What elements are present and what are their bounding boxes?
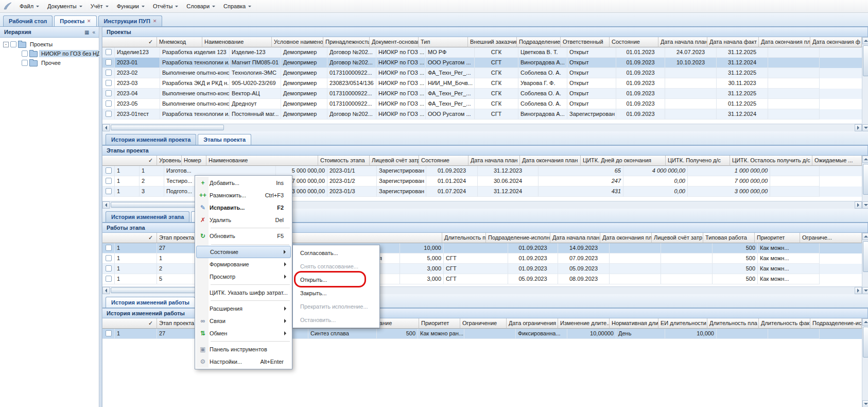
row-checkbox[interactable] bbox=[106, 276, 112, 282]
context-menu-item[interactable]: ✗ Удалить Del bbox=[196, 214, 291, 226]
column-header[interactable]: Приоритет bbox=[755, 233, 800, 243]
horizontal-scrollbar[interactable] bbox=[102, 124, 862, 131]
project-row[interactable]: 2023-02 Выполнение опытно-конс... Технол… bbox=[102, 68, 862, 78]
submenu-item[interactable]: Согласовать... bbox=[294, 246, 378, 260]
column-header[interactable]: Дата начала план. bbox=[658, 37, 707, 47]
scroll-up-button[interactable] bbox=[862, 37, 868, 44]
scroll-up-button[interactable] bbox=[862, 156, 868, 163]
vertical-scrollbar[interactable] bbox=[862, 233, 868, 294]
row-checkbox[interactable] bbox=[106, 90, 112, 96]
main-tab[interactable]: Проекты bbox=[54, 15, 96, 26]
context-menu-item[interactable]: ЦИТК. Указать шифр затрат... bbox=[196, 286, 291, 299]
column-header[interactable]: Дата окончания пл bbox=[759, 37, 810, 47]
project-row[interactable]: 2023-05 Выполнение опытно-конс... Дредно… bbox=[102, 99, 862, 109]
column-header[interactable]: ЦИТК. Осталось получить д/с bbox=[730, 156, 812, 166]
row-checkbox[interactable] bbox=[106, 49, 112, 55]
scroll-down-button[interactable] bbox=[862, 201, 868, 209]
column-header[interactable]: Дата окончания ф bbox=[810, 37, 862, 47]
row-checkbox[interactable] bbox=[106, 80, 112, 86]
context-menu-item[interactable]: ▣ Панель инструментов bbox=[196, 343, 291, 355]
project-row[interactable]: 2023-03 Разработка ЭКД и РКД н... 905-U0… bbox=[102, 78, 862, 89]
tree-item[interactable]: - Проекты bbox=[1, 40, 98, 49]
column-header[interactable]: Подразделение-ис bbox=[810, 318, 862, 329]
column-header[interactable]: Внешний заказчик bbox=[468, 37, 517, 47]
column-header[interactable]: Подразделение-исполнитель... bbox=[486, 233, 550, 243]
column-header[interactable]: Документ-основан bbox=[370, 37, 419, 47]
row-checkbox[interactable] bbox=[106, 255, 112, 261]
column-header[interactable]: Дата начала план bbox=[468, 156, 520, 166]
context-menu-item[interactable]: ⚙ Настройки... Alt+Enter bbox=[196, 355, 291, 368]
context-menu-item[interactable]: ✎ Исправить... F2 bbox=[196, 201, 291, 214]
vertical-scrollbar[interactable] bbox=[862, 37, 868, 131]
project-row[interactable]: 2023-04 Выполнение опытно-конс... Вектор… bbox=[102, 89, 862, 99]
context-menu-item[interactable]: Просмотр bbox=[196, 270, 291, 283]
row-checkbox[interactable] bbox=[106, 167, 112, 174]
scrollbar-thumb[interactable] bbox=[863, 327, 868, 358]
column-header[interactable]: Состояние bbox=[419, 156, 468, 166]
row-checkbox[interactable] bbox=[106, 188, 112, 194]
row-checkbox[interactable] bbox=[106, 111, 112, 117]
stage-row[interactable]: 1 1 Изготов... 5 000 000,00 2023-01/1 За… bbox=[102, 166, 862, 176]
scroll-left-button[interactable] bbox=[102, 201, 110, 209]
scroll-down-button[interactable] bbox=[862, 287, 868, 294]
scroll-left-button[interactable] bbox=[102, 124, 110, 131]
row-checkbox[interactable] bbox=[106, 178, 112, 184]
submenu-item[interactable]: Остановить... bbox=[294, 313, 378, 327]
submenu-item[interactable]: Закрыть... bbox=[294, 286, 378, 300]
vertical-scrollbar[interactable] bbox=[862, 318, 868, 407]
projects-section-header[interactable]: Проекты bbox=[102, 27, 868, 37]
tree-checkbox[interactable] bbox=[22, 60, 28, 66]
menubar-item[interactable]: Учёт bbox=[86, 2, 113, 11]
column-header[interactable]: ЕИ длительности bbox=[658, 318, 707, 329]
scroll-down-button[interactable] bbox=[862, 400, 868, 407]
tree-checkbox[interactable] bbox=[10, 41, 16, 47]
context-menu-item[interactable]: ∞ Связи bbox=[196, 315, 291, 327]
collapse-sidebar-icon[interactable]: « bbox=[91, 29, 97, 35]
column-header[interactable]: Дата ограничения bbox=[507, 318, 558, 329]
column-header[interactable]: Условное наименова bbox=[272, 37, 323, 47]
menubar-item[interactable]: Файл bbox=[15, 2, 43, 11]
menubar-item[interactable]: Словари bbox=[182, 2, 219, 11]
context-menu-item[interactable]: Расширения bbox=[196, 302, 291, 315]
column-header[interactable]: Номер bbox=[182, 156, 206, 166]
row-checkbox[interactable] bbox=[106, 59, 112, 65]
column-header[interactable]: ✓ bbox=[145, 233, 157, 243]
scroll-right-button[interactable] bbox=[855, 201, 862, 209]
tree-expander-icon[interactable] bbox=[14, 60, 20, 66]
column-header[interactable]: Типовая работа bbox=[703, 233, 755, 243]
detail-tab[interactable]: История изменений работы bbox=[106, 297, 195, 308]
menubar-item[interactable]: Справка bbox=[219, 2, 255, 11]
column-header[interactable]: Дата начала план. bbox=[550, 233, 600, 243]
column-header[interactable]: Стоимость этапа bbox=[318, 156, 370, 166]
context-menu-item[interactable]: ++ Размножить... Ctrl+F3 bbox=[196, 189, 291, 201]
scrollbar-thumb[interactable] bbox=[863, 241, 868, 272]
scrollbar-thumb[interactable] bbox=[111, 125, 224, 130]
tree-expander-icon[interactable] bbox=[14, 51, 20, 57]
column-header[interactable]: Этап проекта bbox=[157, 233, 199, 243]
main-tab[interactable]: Рабочий стол bbox=[3, 15, 53, 26]
scroll-down-button[interactable] bbox=[862, 124, 868, 131]
column-header[interactable]: ЦИТК. Получено д/с bbox=[666, 156, 730, 166]
column-header[interactable]: ✓ bbox=[145, 156, 157, 166]
row-checkbox[interactable] bbox=[106, 265, 112, 272]
column-header[interactable]: Ожидаемые ... bbox=[812, 156, 862, 166]
row-checkbox[interactable] bbox=[106, 330, 112, 336]
submenu-item[interactable]: Снять согласование... bbox=[294, 260, 378, 273]
close-tab-icon[interactable] bbox=[87, 19, 91, 24]
column-header[interactable]: Длительность пла bbox=[707, 318, 759, 329]
detail-tab[interactable]: История изменений проекта bbox=[106, 134, 196, 145]
column-header[interactable]: Тип bbox=[419, 37, 468, 47]
column-header[interactable]: Этап проекта bbox=[157, 318, 199, 329]
stages-section-header[interactable]: Этапы проекта bbox=[102, 145, 868, 156]
context-menu-item[interactable]: ⇅ Обмен bbox=[196, 327, 291, 340]
project-row[interactable]: Изделие123 Разработка изделия 123 Издели… bbox=[102, 47, 862, 58]
scrollbar-thumb[interactable] bbox=[863, 164, 868, 195]
row-checkbox[interactable] bbox=[106, 245, 112, 251]
column-header[interactable]: Принадлежность bbox=[323, 37, 370, 47]
column-header[interactable]: Ограниче... bbox=[800, 233, 862, 243]
column-header[interactable]: Уровень bbox=[157, 156, 182, 166]
scroll-right-button[interactable] bbox=[855, 287, 862, 294]
menubar-item[interactable]: Документы bbox=[43, 2, 86, 11]
column-header[interactable]: Наименование bbox=[202, 37, 272, 47]
column-header[interactable]: Дата окончания план bbox=[600, 233, 652, 243]
